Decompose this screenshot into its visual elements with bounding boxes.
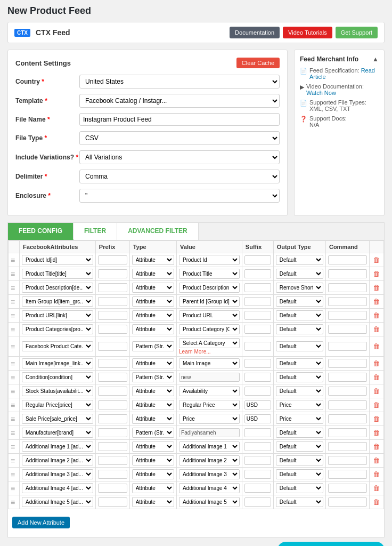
attr-select[interactable]: Additional Image 4 [ad... [22,483,93,493]
prefix-input[interactable] [98,373,127,382]
command-input[interactable] [328,442,367,451]
suffix-input[interactable] [244,373,271,382]
value-select[interactable]: Product Id [179,255,240,265]
output-select[interactable]: Default [276,310,323,320]
command-input[interactable] [328,387,367,396]
delete-row-button[interactable]: 🗑 [373,325,380,333]
video-doc-link[interactable]: Watch Now [306,90,336,96]
type-select[interactable]: Attribute [132,296,174,307]
suffix-input[interactable] [244,342,271,351]
prefix-input[interactable] [98,325,127,334]
value-input[interactable] [179,428,240,437]
prefix-input[interactable] [98,342,127,351]
attr-select[interactable]: Additional Image 3 [ad... [22,469,93,479]
attr-select[interactable]: Additional Image 5 [ad... [22,497,93,507]
command-input[interactable] [328,359,367,368]
delete-row-button[interactable]: 🗑 [373,342,380,350]
attr-select[interactable]: Product Categories[pro... [22,324,93,334]
command-input[interactable] [328,373,367,382]
delete-row-button[interactable]: 🗑 [373,387,380,395]
suffix-input[interactable] [244,414,271,423]
suffix-input[interactable] [244,325,271,334]
template-select[interactable]: Facebook Catalog / Instagr... [79,94,280,108]
attr-select[interactable]: Additional Image 2 [ad... [22,455,93,465]
delete-row-button[interactable]: 🗑 [373,298,380,306]
output-select[interactable]: Default [276,497,323,507]
clear-cache-button[interactable]: Clear Cache [236,58,280,68]
delete-row-button[interactable]: 🗑 [373,256,380,264]
output-select[interactable]: Default [276,455,323,465]
delete-row-button[interactable]: 🗑 [373,484,380,492]
value-select[interactable]: Additional Image 1 [179,441,240,452]
attr-select[interactable]: Condition[condition] [22,372,93,382]
delimiter-select[interactable]: Comma [79,170,280,183]
output-select[interactable]: Default [276,324,323,334]
value-select[interactable]: Select A Category [179,338,240,348]
prefix-input[interactable] [98,387,127,396]
command-input[interactable] [328,400,367,410]
attr-select[interactable]: Product Description[de... [22,283,93,293]
drag-handle-icon[interactable]: ≡ [11,256,15,264]
delete-row-button[interactable]: 🗑 [373,373,380,381]
output-select[interactable]: Default [276,255,323,265]
type-select[interactable]: Attribute [132,497,174,507]
attr-select[interactable]: Stock Status[availabilit... [22,386,93,396]
delete-row-button[interactable]: 🗑 [373,443,380,451]
prefix-input[interactable] [98,470,127,479]
drag-handle-icon[interactable]: ≡ [11,498,15,507]
command-input[interactable] [328,497,367,507]
prefix-input[interactable] [98,442,127,451]
value-select[interactable]: Price [179,414,240,424]
drag-handle-icon[interactable]: ≡ [11,284,15,292]
suffix-input[interactable] [244,297,271,306]
type-select[interactable]: Attribute [132,255,174,265]
tab-filter[interactable]: FILTER [74,223,117,240]
type-select[interactable]: Attribute [132,283,174,293]
attr-select[interactable]: Sale Price[sale_price] [22,414,93,424]
output-select[interactable]: Default [276,269,323,279]
delete-row-button[interactable]: 🗑 [373,415,380,423]
prefix-input[interactable] [98,497,127,507]
value-select[interactable]: Additional Image 5 [179,497,240,507]
attr-select[interactable]: Facebook Product Cate... [22,341,93,351]
output-select[interactable]: Default [276,386,323,396]
documentation-button[interactable]: Documentation [230,27,280,38]
attr-select[interactable]: Main Image[image_link... [22,358,93,368]
tab-advanced-filter[interactable]: ADVANCED FILTER [117,223,199,240]
type-select[interactable]: Attribute [132,469,174,479]
suffix-input[interactable] [244,442,271,451]
output-select[interactable]: Default [276,441,323,452]
value-select[interactable]: Additional Image 4 [179,483,240,493]
suffix-input[interactable] [244,456,271,465]
delete-row-button[interactable]: 🗑 [373,470,380,478]
command-input[interactable] [328,484,367,493]
output-select[interactable]: Default [276,469,323,479]
output-select[interactable]: Default [276,483,323,493]
attr-select[interactable]: Regular Price[price] [22,400,93,410]
type-select[interactable]: Attribute [132,455,174,465]
drag-handle-icon[interactable]: ≡ [11,298,15,306]
drag-handle-icon[interactable]: ≡ [11,429,15,437]
output-select[interactable]: Default [276,296,323,307]
value-select[interactable]: Regular Price [179,400,240,410]
output-select[interactable]: Default [276,428,323,438]
command-input[interactable] [328,297,367,306]
value-select[interactable]: Product Category [Ca... [179,324,240,334]
value-select[interactable]: Parent Id [Group Id] [179,296,240,307]
delete-row-button[interactable]: 🗑 [373,284,380,292]
prefix-input[interactable] [98,269,127,278]
drag-handle-icon[interactable]: ≡ [11,270,15,278]
get-support-button[interactable]: Get Support [336,27,378,38]
suffix-input[interactable] [244,428,271,437]
drag-handle-icon[interactable]: ≡ [11,387,15,396]
type-select[interactable]: Attribute [132,441,174,452]
delete-row-button[interactable]: 🗑 [373,498,380,506]
delete-row-button[interactable]: 🗑 [373,311,380,319]
enclosure-select[interactable]: " [79,189,280,203]
drag-handle-icon[interactable]: ≡ [11,359,15,368]
delete-row-button[interactable]: 🗑 [373,429,380,437]
output-select[interactable]: Remove ShortCodes [276,283,323,293]
drag-handle-icon[interactable]: ≡ [11,373,15,382]
type-select[interactable]: Attribute [132,358,174,368]
command-input[interactable] [328,311,367,320]
